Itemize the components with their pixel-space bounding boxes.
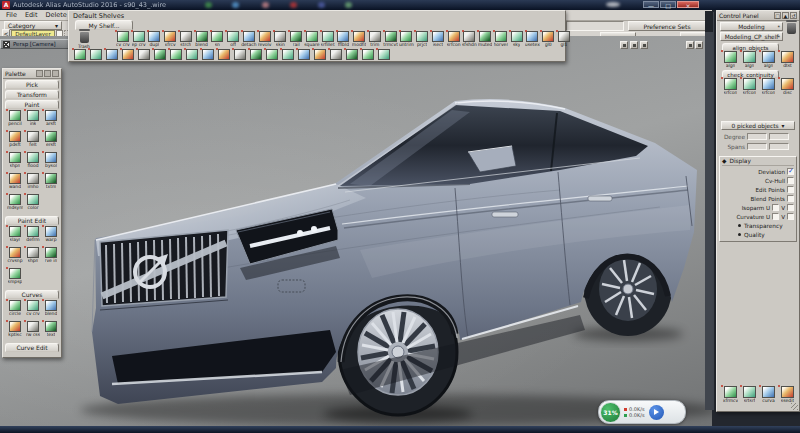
- palette-tool[interactable]: wand: [6, 173, 24, 193]
- shelf-tool[interactable]: muted: [477, 31, 493, 47]
- modeling-dropdown[interactable]: Modeling *: [720, 22, 783, 31]
- picked-objects-dropdown[interactable]: 0 picked objects ▾: [721, 121, 795, 130]
- panel-button[interactable]: ▲: [782, 12, 789, 19]
- shelf-tool[interactable]: [88, 49, 104, 60]
- shelf-tool[interactable]: [104, 49, 120, 60]
- palette-tab[interactable]: Paint: [5, 100, 59, 109]
- shelf-tool[interactable]: isect: [430, 31, 446, 47]
- cp-tool[interactable]: srfcon: [759, 78, 778, 95]
- minimize-button[interactable]: —: [643, 1, 659, 8]
- palette-tool[interactable]: txtm: [42, 173, 60, 193]
- shelf-tool[interactable]: srfillet: [320, 31, 336, 47]
- palette-tool[interactable]: circle: [6, 300, 24, 320]
- shelf-tool[interactable]: gl1: [556, 31, 572, 47]
- shelf-tool[interactable]: revolv: [257, 31, 273, 47]
- viewport[interactable]: Persp [Camera] 31% 0.0K/s 0.0K/s: [0, 36, 712, 426]
- palette-tool[interactable]: arsft: [42, 110, 60, 130]
- display-bullet-row[interactable]: Transparency: [722, 221, 794, 230]
- palette-tool[interactable]: pencil: [6, 110, 24, 130]
- spans-field-u[interactable]: [747, 143, 767, 150]
- shelf-tool[interactable]: trmcvt: [383, 31, 399, 47]
- palette-tool[interactable]: warp: [42, 226, 60, 246]
- panel-button[interactable]: □: [774, 12, 781, 19]
- shelf-tool[interactable]: sn: [210, 31, 226, 47]
- shelf-tool[interactable]: [344, 49, 360, 60]
- palette-tool[interactable]: rw css: [24, 321, 42, 341]
- palette-tool[interactable]: flood: [24, 152, 42, 172]
- cp-tool[interactable]: algn: [759, 51, 778, 68]
- shelf-tool[interactable]: [168, 49, 184, 60]
- curves-tab[interactable]: Curves: [5, 290, 59, 299]
- palette-tool[interactable]: defrm: [24, 226, 42, 246]
- shelf-tool[interactable]: modfit: [351, 31, 367, 47]
- degree-field-u[interactable]: [747, 133, 767, 140]
- palette-tool[interactable]: pdsft: [6, 131, 24, 151]
- palette-tool[interactable]: cv crv: [24, 300, 42, 320]
- dock-button[interactable]: [711, 11, 713, 32]
- option-checkbox[interactable]: [787, 168, 794, 175]
- shelf-tool[interactable]: gl0: [540, 31, 556, 47]
- spans-field-v[interactable]: [769, 143, 789, 150]
- shelf-tool[interactable]: skin: [273, 31, 289, 47]
- cp-tool[interactable]: srfcon: [721, 78, 740, 95]
- option-checkbox[interactable]: [787, 186, 794, 193]
- shelf-tool[interactable]: sfshdn: [462, 31, 478, 47]
- shelf-tool[interactable]: fflbld: [336, 31, 352, 47]
- cp-tool[interactable]: algn: [721, 51, 740, 68]
- resize-grip[interactable]: [791, 403, 798, 410]
- palette-tool[interactable]: shpn: [6, 152, 24, 172]
- shelf-tool[interactable]: [152, 49, 168, 60]
- shelf-tool[interactable]: rail: [288, 31, 304, 47]
- shelf-tool[interactable]: sky: [509, 31, 525, 47]
- shelf-tool[interactable]: [328, 49, 344, 60]
- shelf-tool[interactable]: strch: [178, 31, 194, 47]
- palette-tool[interactable]: mdsym: [6, 194, 24, 214]
- viewport-button[interactable]: [630, 41, 638, 49]
- shelf-tool[interactable]: [216, 49, 232, 60]
- shelf-tool[interactable]: [200, 49, 216, 60]
- shelf-tool[interactable]: square: [304, 31, 320, 47]
- shelf-tool[interactable]: [296, 49, 312, 60]
- palette-tool[interactable]: text: [42, 321, 60, 341]
- viewport-button[interactable]: [686, 41, 694, 49]
- palette-tool[interactable]: felt: [24, 131, 42, 151]
- shelf-tool[interactable]: dupl: [147, 31, 163, 47]
- align-objects-tab[interactable]: align_objects: [722, 43, 779, 51]
- cp-tool[interactable]: ssedit: [778, 386, 797, 403]
- palette-tool[interactable]: rve in: [42, 247, 60, 267]
- v-checkbox[interactable]: [787, 213, 794, 220]
- palette-window-buttons[interactable]: [36, 70, 59, 77]
- preference-sets-button[interactable]: Preference Sets: [628, 21, 706, 31]
- camera-toggle-icon[interactable]: [3, 41, 10, 48]
- shelf-tool[interactable]: [312, 49, 328, 60]
- shelf-tool[interactable]: [360, 49, 376, 60]
- cp-tool[interactable]: curva: [759, 386, 778, 403]
- cp-shelf-dropdown[interactable]: Modeling_CP_shelf *: [720, 32, 783, 41]
- shelf-tool[interactable]: off: [225, 31, 241, 47]
- menu-item[interactable]: Delete: [42, 11, 69, 19]
- palette-tool[interactable]: ersft: [42, 131, 60, 151]
- cp-tool[interactable]: disc: [778, 78, 797, 95]
- shelf-tool[interactable]: [280, 49, 296, 60]
- shelf-tool[interactable]: usetex: [525, 31, 541, 47]
- curve-edit-tab[interactable]: Curve Edit: [5, 343, 59, 352]
- viewport-button[interactable]: [640, 41, 648, 49]
- u-checkbox[interactable]: [772, 213, 779, 220]
- panel-button[interactable]: ↺: [790, 12, 797, 19]
- shelf-tool[interactable]: srfcon: [446, 31, 462, 47]
- shelf-tool[interactable]: untrim: [399, 31, 415, 47]
- palette-title-bar[interactable]: Palette: [3, 69, 61, 79]
- palette-tab[interactable]: Transform: [5, 90, 59, 99]
- shelf-tool[interactable]: [248, 49, 264, 60]
- maximize-button[interactable]: □: [660, 1, 676, 8]
- shelf-tool[interactable]: blend: [194, 31, 210, 47]
- cp-trash-icon[interactable]: [787, 23, 796, 34]
- option-checkbox[interactable]: [787, 195, 794, 202]
- shelf-tool[interactable]: prjct: [414, 31, 430, 47]
- palette-tool[interactable]: bysol: [42, 152, 60, 172]
- shelf-tool[interactable]: trim: [367, 31, 383, 47]
- cp-tool[interactable]: xfrmcv: [721, 386, 740, 403]
- palette-tool[interactable]: smpsp: [6, 268, 24, 288]
- viewport-button[interactable]: [620, 41, 628, 49]
- check-continuity-tab[interactable]: check_continuity: [722, 70, 779, 78]
